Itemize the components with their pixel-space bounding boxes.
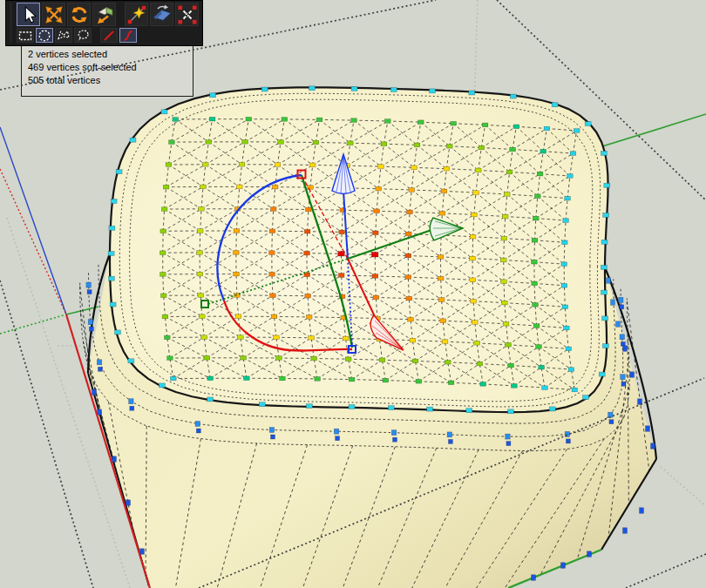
polygon-select-icon: [57, 29, 71, 43]
polygon-select-mode-button[interactable]: [55, 28, 72, 43]
toolbar-grip[interactable]: [8, 3, 14, 43]
scale-icon: [94, 4, 115, 25]
soft-selected-count-text: 469 vertices soft-selected: [28, 61, 193, 74]
keycap-mesh-model[interactable]: [80, 86, 656, 588]
selection-info-panel: 2 vertices selected 469 vertices soft-se…: [21, 44, 193, 97]
rotate-icon: [69, 4, 90, 25]
toolbar-row-2: [17, 28, 199, 43]
linear-falloff-icon: [102, 29, 116, 43]
rectangle-select-mode-button[interactable]: [17, 28, 34, 43]
selected-count-text: 2 vertices selected: [28, 48, 193, 61]
lasso-select-mode-button[interactable]: [74, 28, 92, 43]
circle-select-mode-button[interactable]: [36, 28, 53, 43]
soft-selection-tool-button[interactable]: [125, 3, 148, 26]
move-tool-button[interactable]: [42, 3, 65, 26]
cursor-icon: [19, 5, 38, 24]
rotate-tool-button[interactable]: [67, 3, 91, 26]
merge-icon: [177, 4, 198, 25]
merge-vertices-tool-button[interactable]: [175, 3, 199, 26]
rect-select-icon: [18, 29, 32, 43]
soft-selection-icon: [126, 4, 147, 25]
lasso-select-icon: [76, 29, 90, 43]
circle-select-icon: [37, 29, 51, 43]
vertex-tools-toolbar: [5, 0, 203, 46]
move-icon: [44, 4, 64, 25]
plane-icon: [152, 4, 173, 25]
select-tool-button[interactable]: [17, 3, 40, 26]
scale-tool-button[interactable]: [92, 3, 116, 26]
smooth-falloff-mode-button[interactable]: [119, 28, 137, 43]
smooth-falloff-icon: [121, 29, 135, 43]
make-planar-tool-button[interactable]: [150, 3, 173, 26]
linear-falloff-mode-button[interactable]: [100, 28, 118, 43]
toolbar-row-1: [17, 3, 199, 26]
total-vertices-text: 505 total vertices: [28, 74, 193, 87]
sketchup-viewport-window: 2 vertices selected 469 vertices soft-se…: [0, 0, 706, 588]
